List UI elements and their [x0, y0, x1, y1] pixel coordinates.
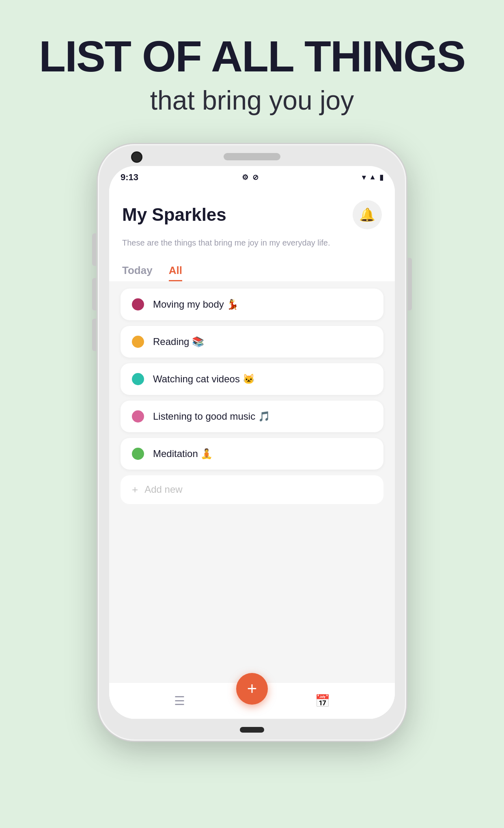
item-dot-4: [132, 410, 144, 423]
phone-wrapper: 9:13 ⚙ ⊘ ▾ ▲ ▮ My Sparkles 🔔: [98, 144, 406, 741]
add-new-row[interactable]: + Add new: [121, 475, 383, 504]
page-subtitle: that bring you joy: [39, 85, 465, 116]
list-item[interactable]: Meditation 🧘: [121, 438, 383, 470]
item-label-5: Meditation 🧘: [153, 448, 213, 459]
settings-icon: ⚙: [242, 173, 248, 182]
phone-speaker: [224, 153, 280, 160]
item-label-3: Watching cat videos 🐱: [153, 373, 255, 385]
tab-all[interactable]: All: [169, 264, 182, 281]
calendar-nav-icon[interactable]: 📅: [315, 694, 330, 708]
battery-icon: ▮: [379, 173, 383, 182]
app-description: These are the things that bring me joy i…: [122, 237, 382, 249]
phone-home-indicator: [240, 727, 264, 733]
bell-icon: 🔔: [359, 207, 375, 222]
bell-button[interactable]: 🔔: [353, 200, 382, 229]
phone-camera: [131, 151, 142, 163]
app-content: My Sparkles 🔔 These are the things that …: [109, 189, 395, 719]
app-header: My Sparkles 🔔 These are the things that …: [109, 189, 395, 255]
app-title-row: My Sparkles 🔔: [122, 200, 382, 229]
list-container: Moving my body 💃 Reading 📚 Watching cat …: [109, 281, 395, 682]
item-dot-1: [132, 298, 144, 310]
list-item[interactable]: Listening to good music 🎵: [121, 401, 383, 432]
page-header: LIST OF ALL THINGS that bring you joy: [39, 0, 465, 140]
add-new-label: Add new: [144, 484, 182, 495]
fab-plus-icon: +: [247, 679, 257, 699]
item-label-2: Reading 📚: [153, 336, 204, 347]
list-item[interactable]: Moving my body 💃: [121, 289, 383, 320]
phone-frame: 9:13 ⚙ ⊘ ▾ ▲ ▮ My Sparkles 🔔: [98, 144, 406, 741]
signal-icon: ▲: [369, 173, 376, 181]
item-label-4: Listening to good music 🎵: [153, 411, 270, 422]
do-not-disturb-icon: ⊘: [252, 173, 258, 182]
status-icons-left: ⚙ ⊘: [242, 173, 258, 182]
phone-screen: 9:13 ⚙ ⊘ ▾ ▲ ▮ My Sparkles 🔔: [109, 166, 395, 719]
fab-button[interactable]: +: [236, 673, 268, 705]
bottom-nav: ☰ + 📅: [109, 682, 395, 719]
list-item[interactable]: Reading 📚: [121, 326, 383, 358]
list-nav-icon[interactable]: ☰: [174, 694, 185, 708]
item-dot-2: [132, 336, 144, 348]
item-label-1: Moving my body 💃: [153, 299, 239, 310]
item-dot-5: [132, 448, 144, 460]
app-title: My Sparkles: [122, 205, 226, 225]
tabs-row: Today All: [109, 264, 395, 281]
status-icons-right: ▾ ▲ ▮: [362, 173, 383, 182]
status-time: 9:13: [121, 172, 138, 183]
wifi-icon: ▾: [362, 173, 366, 182]
add-plus-icon: +: [132, 483, 138, 496]
page-title: LIST OF ALL THINGS: [39, 32, 465, 81]
list-item[interactable]: Watching cat videos 🐱: [121, 363, 383, 395]
status-bar: 9:13 ⚙ ⊘ ▾ ▲ ▮: [109, 166, 395, 189]
item-dot-3: [132, 373, 144, 385]
tab-today[interactable]: Today: [122, 264, 153, 281]
